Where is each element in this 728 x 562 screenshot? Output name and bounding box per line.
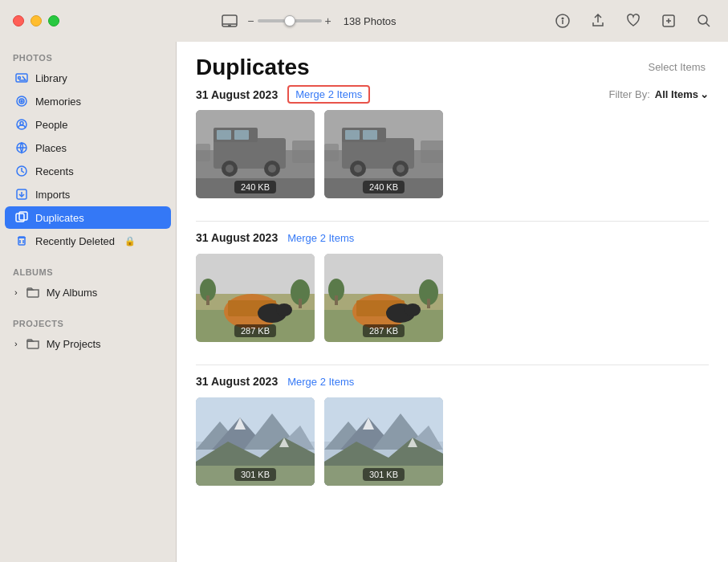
svg-line-11 (706, 23, 710, 27)
slideshow-button[interactable] (218, 10, 241, 32)
section-divider-1 (196, 221, 709, 222)
favorite-button[interactable] (622, 10, 645, 32)
date-section-header-2: 31 August 2023 Merge 2 Items (196, 375, 709, 388)
merge-button-2[interactable]: Merge 2 Items (287, 376, 354, 388)
my-albums-label: My Albums (47, 287, 98, 299)
svg-rect-82 (335, 295, 338, 305)
photo-thumb-2-0[interactable]: 301 KB (196, 397, 315, 486)
date-label-0: 31 August 2023 (196, 88, 278, 101)
svg-rect-42 (292, 140, 315, 163)
photo-size-1-0: 287 KB (234, 324, 276, 337)
svg-point-13 (18, 77, 21, 79)
photo-thumb-2-1[interactable]: 301 KB (324, 397, 443, 486)
svg-point-18 (20, 122, 23, 125)
svg-rect-70 (206, 295, 209, 305)
chevron-down-icon: › (14, 287, 18, 297)
sidebar-section-albums: Albums › My Albums (0, 256, 176, 307)
chevron-right-icon: › (14, 339, 18, 348)
sidebar-item-my-projects[interactable]: › My Projects (5, 332, 171, 355)
imports-label: Imports (35, 189, 70, 201)
info-button[interactable] (551, 10, 574, 32)
svg-rect-52 (363, 130, 377, 140)
sidebar-section-title-albums: Albums (0, 263, 176, 280)
photo-size-0-1: 240 KB (363, 181, 405, 193)
svg-rect-57 (421, 140, 443, 163)
photo-grid-1: 287 KB 287 KB (196, 254, 709, 342)
photo-thumb-0-0[interactable]: 240 KB (196, 110, 315, 198)
zoom-in-button[interactable]: + (325, 14, 331, 27)
svg-point-16 (21, 100, 22, 102)
maximize-button[interactable] (48, 15, 59, 26)
people-icon (14, 117, 29, 132)
photo-count-label: 138 Photos (338, 15, 402, 27)
date-merge-row-0: 31 August 2023 Merge 2 Items (196, 85, 370, 104)
merge-button-1[interactable]: Merge 2 Items (287, 232, 354, 244)
svg-point-41 (268, 165, 276, 173)
svg-point-78 (405, 303, 421, 316)
svg-rect-58 (324, 144, 339, 161)
sidebar-section-title-photos: Photos (0, 48, 176, 66)
photo-thumb-1-1[interactable]: 287 KB (324, 254, 443, 342)
date-label-2: 31 August 2023 (196, 375, 278, 388)
recents-label: Recents (35, 165, 74, 177)
trash-icon (14, 234, 29, 248)
filter-by-label: Filter By: (609, 88, 650, 100)
sidebar-item-duplicates[interactable]: Duplicates (5, 206, 171, 229)
svg-rect-51 (345, 130, 360, 140)
projects-folder-icon (26, 336, 40, 351)
add-to-button[interactable] (657, 10, 680, 32)
close-button[interactable] (13, 15, 24, 26)
sidebar-item-imports[interactable]: Imports (5, 183, 171, 206)
sidebar-section-title-projects: Projects (0, 314, 176, 332)
search-button[interactable] (693, 10, 715, 32)
filter-row: Filter By: All Items ⌄ (609, 88, 709, 100)
sidebar-item-recents[interactable]: Recents (5, 160, 171, 182)
toolbar-right (551, 10, 715, 32)
photo-size-1-1: 287 KB (363, 324, 405, 337)
filter-value-text: All Items (655, 88, 698, 100)
select-items-button[interactable]: Select Items (641, 58, 712, 76)
photo-grid-2: 301 KB 301 KB (196, 397, 709, 486)
traffic-lights (13, 15, 59, 26)
library-label: Library (35, 72, 67, 84)
merge-button-0[interactable]: Merge 2 Items (287, 85, 370, 104)
photo-size-0-0: 240 KB (234, 181, 276, 193)
photo-thumb-1-0[interactable]: 287 KB (196, 254, 315, 342)
zoom-slider-track[interactable] (258, 19, 322, 22)
people-label: People (35, 119, 67, 131)
svg-rect-36 (217, 130, 231, 140)
sidebar-section-photos: Photos Library Memories (0, 42, 176, 256)
sidebar-item-library[interactable]: Library (5, 67, 171, 89)
places-label: Places (35, 142, 67, 154)
sidebar-item-people[interactable]: People (5, 113, 171, 136)
svg-rect-0 (222, 15, 237, 26)
minimize-button[interactable] (31, 15, 42, 26)
imports-icon (14, 187, 29, 202)
svg-point-10 (698, 15, 707, 24)
memories-icon (14, 94, 29, 108)
photo-size-2-0: 301 KB (234, 468, 276, 481)
zoom-out-button[interactable]: − (247, 14, 254, 27)
duplicates-label: Duplicates (35, 212, 84, 224)
main-content: Select Items Duplicates 31 August 2023 M… (177, 0, 728, 562)
filter-value[interactable]: All Items ⌄ (655, 88, 709, 100)
photo-size-2-1: 301 KB (363, 468, 405, 481)
svg-point-54 (354, 165, 362, 173)
share-button[interactable] (587, 10, 609, 32)
sidebar-item-memories[interactable]: Memories (5, 90, 171, 112)
my-projects-label: My Projects (47, 338, 101, 350)
zoom-slider-thumb[interactable] (284, 15, 295, 26)
date-label-1: 31 August 2023 (196, 231, 278, 244)
svg-rect-37 (234, 130, 249, 140)
duplicates-icon (14, 210, 29, 225)
sidebar-item-my-albums[interactable]: › My Albums (5, 281, 171, 303)
recents-icon (14, 164, 29, 178)
svg-point-66 (276, 303, 292, 316)
memories-label: Memories (35, 96, 81, 108)
sidebar-item-recently-deleted[interactable]: Recently Deleted 🔒 (5, 230, 171, 252)
photo-section-1: 31 August 2023 Merge 2 Items (177, 231, 728, 355)
photo-grid-0: 240 KB (196, 110, 709, 198)
svg-point-6 (562, 18, 563, 19)
photo-thumb-0-1[interactable]: 240 KB (324, 110, 443, 198)
sidebar-item-places[interactable]: Places (5, 136, 171, 159)
